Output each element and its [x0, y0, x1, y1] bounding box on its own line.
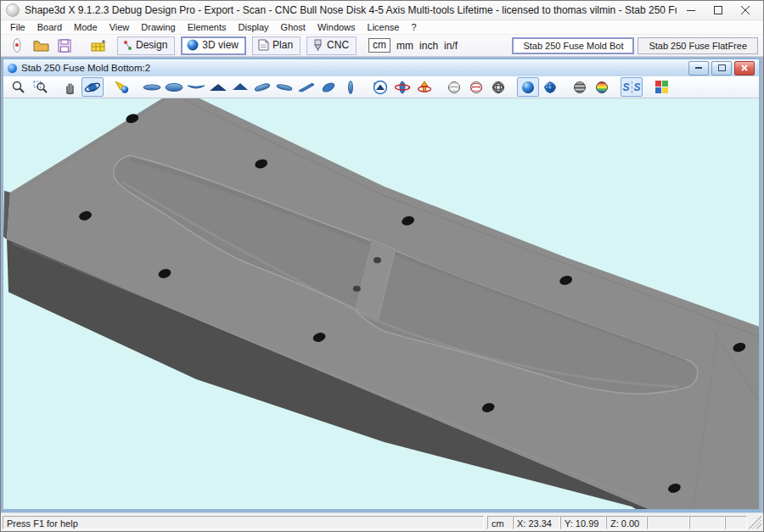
board-outline-icon[interactable]: [6, 36, 28, 54]
child-window-title: Stab 250 Fuse Mold Bottom:2: [21, 63, 686, 73]
save-icon[interactable]: [53, 36, 76, 54]
status-help: Press F1 for help: [3, 516, 484, 529]
open-folder-icon[interactable]: [30, 36, 52, 54]
render-solid-icon[interactable]: [517, 77, 539, 97]
child-restore-button[interactable]: [711, 61, 732, 76]
view-perspective-3-icon[interactable]: [295, 77, 317, 97]
status-x: X: 23.34: [513, 516, 560, 529]
menu-ghost[interactable]: Ghost: [275, 21, 312, 33]
menu-windows[interactable]: Windows: [312, 21, 362, 33]
cnc-mode-button[interactable]: CNC: [306, 36, 357, 55]
plan-icon: [258, 39, 269, 51]
child-window-icon: [8, 64, 17, 73]
child-minimize-button[interactable]: [688, 61, 709, 76]
window-title: Shape3d X 9.1.2.3 Debug Design Pro - Exp…: [25, 4, 677, 16]
zoom-window-icon[interactable]: [30, 77, 52, 97]
view-end-icon[interactable]: [340, 77, 362, 97]
render-wireframe-icon[interactable]: [443, 77, 465, 97]
shape3d-window: Shape3d X 9.1.2.3 Debug Design Pro - Exp…: [0, 0, 764, 532]
view-back-icon[interactable]: [229, 77, 251, 97]
unit-selector: cm mm inch in/f: [368, 38, 458, 53]
view-rocker-icon[interactable]: [185, 77, 207, 97]
pan-hand-icon[interactable]: [59, 77, 81, 97]
menu-display[interactable]: Display: [233, 21, 275, 33]
menu-file[interactable]: File: [4, 21, 31, 33]
menu-board[interactable]: Board: [31, 21, 68, 33]
menu-view[interactable]: View: [104, 21, 136, 33]
cnc-icon: [312, 39, 323, 52]
view-bottom-icon[interactable]: [163, 77, 185, 97]
bridge-hole: [374, 257, 381, 263]
mdi-area: Stab 250 Fuse Mold Bottom:2: [1, 57, 763, 512]
menu-mode[interactable]: Mode: [68, 21, 104, 33]
render-mesh-icon[interactable]: [487, 77, 509, 97]
render-shaded-icon[interactable]: [539, 77, 561, 97]
maximize-button[interactable]: [705, 3, 731, 18]
menubar: File Board Mode View Drawing Elements Di…: [1, 20, 763, 35]
unit-cm[interactable]: cm: [368, 38, 390, 53]
color-settings-icon[interactable]: [650, 77, 672, 97]
mold-3d-scene: [3, 98, 759, 509]
rotate-view-icon[interactable]: [369, 77, 391, 97]
zoom-icon[interactable]: [8, 77, 30, 97]
sphere-icon: [187, 39, 199, 51]
status-unit: cm: [487, 516, 513, 529]
design-mode-button[interactable]: Design: [117, 36, 175, 55]
view-toolbar: SS: [3, 76, 759, 98]
dimensions-icon[interactable]: [87, 36, 110, 54]
close-button[interactable]: [733, 3, 758, 18]
plan-mode-button[interactable]: Plan: [252, 36, 301, 55]
minimize-button[interactable]: [678, 3, 704, 18]
status-bar: Press F1 for help cm X: 23.34 Y: 10.99 Z…: [1, 512, 763, 531]
bridge-hole: [353, 286, 361, 292]
app-icon: [6, 3, 20, 17]
light-icon[interactable]: [111, 77, 133, 97]
design-icon: [123, 40, 132, 51]
resize-grip[interactable]: [749, 516, 761, 529]
status-y: Y: 10.99: [560, 516, 606, 529]
orbit-icon[interactable]: [81, 77, 104, 97]
view-perspective-1-icon[interactable]: [251, 77, 273, 97]
symmetry-icon[interactable]: SS: [621, 77, 643, 97]
menu-help[interactable]: ?: [405, 21, 422, 33]
render-stripes-icon[interactable]: [569, 77, 591, 97]
status-empty-3: [725, 516, 747, 529]
main-toolbar: Design 3D view Plan CNC cm mm inch in/f …: [1, 35, 763, 57]
unit-mm[interactable]: mm: [396, 40, 413, 52]
file-tab-mold-bottom[interactable]: Stab 250 Fuse Mold Bot: [512, 37, 634, 54]
status-empty-2: [689, 516, 725, 529]
menu-drawing[interactable]: Drawing: [135, 21, 181, 33]
titlebar: Shape3d X 9.1.2.3 Debug Design Pro - Exp…: [1, 1, 763, 20]
child-titlebar[interactable]: Stab 250 Fuse Mold Bottom:2: [3, 59, 759, 76]
view-perspective-2-icon[interactable]: [273, 77, 295, 97]
status-empty-1: [647, 516, 689, 529]
view-perspective-4-icon[interactable]: [317, 77, 340, 97]
view-front-icon[interactable]: [207, 77, 229, 97]
menu-license[interactable]: License: [362, 21, 406, 33]
status-z: Z: 0.00: [606, 516, 647, 529]
render-curvature-icon[interactable]: [591, 77, 613, 97]
child-window: Stab 250 Fuse Mold Bottom:2: [2, 58, 761, 512]
view-deck-icon[interactable]: [141, 77, 163, 97]
menu-elements[interactable]: Elements: [182, 21, 233, 33]
child-close-button[interactable]: [734, 61, 755, 76]
file-tab-flatfree[interactable]: Stab 250 Fuse FlatFree: [638, 37, 758, 54]
open-file-tabs: Stab 250 Fuse Mold Bot Stab 250 Fuse Fla…: [512, 37, 758, 54]
rotate-long-axis-icon[interactable]: [391, 77, 413, 97]
rotate-vertical-axis-icon[interactable]: [413, 77, 435, 97]
unit-inf[interactable]: in/f: [444, 40, 458, 52]
view3d-mode-button[interactable]: 3D view: [181, 36, 246, 55]
render-wireframe-red-icon[interactable]: [465, 77, 487, 97]
3d-viewport[interactable]: [3, 98, 759, 509]
unit-inch[interactable]: inch: [419, 40, 438, 52]
